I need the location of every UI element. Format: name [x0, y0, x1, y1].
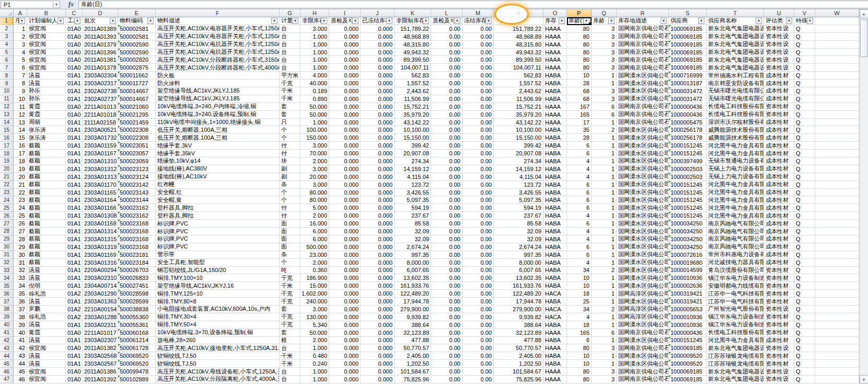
cell-A44[interactable]: 43 [14, 352, 27, 360]
cell-D43[interactable]: 2011A01382 [83, 344, 118, 352]
cell-N4[interactable]: 48,315.80 [494, 41, 543, 49]
cell-R36[interactable]: 国网高淳区供电公司 [617, 290, 669, 298]
cell-Q7[interactable]: 3 [592, 64, 617, 72]
cell-D31[interactable]: 2303A01169 [83, 251, 118, 259]
cell-M15[interactable]: 0.00 [462, 126, 494, 134]
cell-I35[interactable]: 0.000 [329, 282, 361, 290]
cell-D23[interactable]: 2303A01165 [83, 189, 118, 197]
cell-R26[interactable]: 国网溧水区供电公司 [617, 212, 669, 220]
cell-U7[interactable]: 资本性设 [764, 64, 794, 72]
cell-H34[interactable]: 186.900 [300, 274, 329, 282]
cell-R21[interactable]: 国网溧水区供电公司 [617, 173, 669, 181]
cell-F34[interactable]: 铜排,TMY,100×10 [156, 274, 280, 282]
cell-R9[interactable]: 国网溧水区供电公司 [617, 80, 669, 87]
cell-C2[interactable]: 01A0 [66, 25, 83, 33]
row-header-14[interactable]: 14 [0, 119, 14, 127]
cell-A30[interactable]: 29 [14, 243, 27, 251]
cell-N24[interactable]: 5,097.35 [494, 196, 543, 204]
empty-cell[interactable] [815, 251, 859, 259]
cell-C12[interactable]: 01A0 [66, 103, 83, 111]
cell-A34[interactable]: 33 [14, 274, 27, 282]
cell-K27[interactable]: 85.58 [395, 220, 431, 228]
filter-icon[interactable]: ▼ [147, 18, 154, 24]
cell-P23[interactable]: 6 [567, 189, 592, 197]
cell-N22[interactable]: 123.72 [494, 181, 543, 189]
cell-R14[interactable]: 国网南京供电公司石 [617, 119, 669, 127]
cell-T8[interactable]: 常州德惠水利工程有限公 [707, 72, 764, 80]
cell-L10[interactable]: 0.00 [431, 87, 462, 95]
cell-J43[interactable]: 0.000 [361, 344, 395, 352]
cell-S32[interactable]: 1000019680 [669, 259, 707, 267]
cell-A11[interactable]: 10 [14, 95, 27, 103]
cell-J26[interactable]: 0.000 [361, 212, 395, 220]
cell-G36[interactable]: 千克 [280, 290, 300, 298]
cell-L11[interactable]: 0.00 [431, 95, 462, 103]
cell-S22[interactable]: 1000151245 [669, 181, 707, 189]
cell-T44[interactable]: 江苏苏瑞银龙电缆有限公 [707, 352, 764, 360]
cell-K12[interactable]: 15,752.21 [395, 103, 431, 111]
cell-S30[interactable]: 1000034250 [669, 243, 707, 251]
cell-T30[interactable]: 南京风驰电气有限公司 [707, 243, 764, 251]
cell-C13[interactable]: 01A0 [66, 111, 83, 119]
cell-U8[interactable]: 成本性材 [764, 72, 794, 80]
cell-U15[interactable]: 成本性材 [764, 126, 794, 134]
cell-R4[interactable]: 国网南京供电公司石 [617, 41, 669, 49]
cell-A14[interactable]: 13 [14, 119, 27, 127]
cell-G21[interactable]: 副 [280, 173, 300, 181]
cell-K37[interactable]: 17,944.78 [395, 298, 431, 306]
cell-H17[interactable]: 3.000 [300, 142, 329, 150]
cell-V15[interactable]: Q [794, 126, 815, 134]
cell-A45[interactable]: 44 [14, 360, 27, 368]
cell-L35[interactable]: 0.00 [431, 282, 462, 290]
cell-J46[interactable]: 0.000 [361, 368, 395, 376]
cell-V24[interactable]: Q [794, 196, 815, 204]
cell-K9[interactable]: 1,557.52 [395, 80, 431, 87]
column-header-U[interactable]: U [764, 9, 794, 17]
cell-C47[interactable]: 01A0 [66, 376, 83, 383]
cell-J12[interactable]: 0.000 [361, 103, 395, 111]
cell-S7[interactable]: 1000069185 [669, 64, 707, 72]
cell-O30[interactable]: HABA [543, 243, 567, 251]
cell-M45[interactable]: 0.00 [462, 360, 494, 368]
cell-K44[interactable]: 2,405.00 [395, 352, 431, 360]
cell-D8[interactable]: 2303A02304 [83, 72, 118, 80]
cell-K42[interactable]: 477.88 [395, 337, 431, 345]
cell-S45[interactable]: 1000009520 [669, 360, 707, 368]
scroll-down-icon[interactable]: ▼ [860, 375, 868, 384]
cell-T2[interactable]: 新东北电气集团电器设备 [707, 25, 764, 33]
cell-H40[interactable]: 5.340 [300, 321, 329, 329]
cell-O13[interactable]: HAAA [543, 111, 567, 119]
cell-O45[interactable]: HABA [543, 360, 567, 368]
cell-H12[interactable]: 50.000 [300, 103, 329, 111]
cell-U34[interactable]: 资本性材 [764, 274, 794, 282]
row-header-22[interactable]: 22 [0, 181, 14, 189]
cell-M21[interactable]: 0.00 [462, 173, 494, 181]
cell-V34[interactable]: Q [794, 274, 815, 282]
cell-P6[interactable]: 80 [567, 56, 592, 64]
cell-Q26[interactable]: 1 [592, 212, 617, 220]
cell-C34[interactable]: 01A1 [66, 274, 83, 282]
cell-T13[interactable]: 长缆电工科技股份有限公 [707, 111, 764, 119]
cell-Q45[interactable]: 1 [592, 360, 617, 368]
cell-E31[interactable]: 500023181 [118, 251, 156, 259]
cell-O35[interactable]: HABA [543, 282, 567, 290]
cell-F37[interactable]: 铜排,TMY,80×8 [156, 298, 280, 306]
cell-R2[interactable]: 国网南京供电公司石 [617, 25, 669, 33]
cell-B28[interactable]: 蔡颖 [27, 228, 66, 235]
cell-U41[interactable]: 资本性材 [764, 329, 794, 337]
cell-N17[interactable]: 399.42 [494, 142, 543, 150]
empty-cell[interactable] [815, 157, 859, 165]
cell-E11[interactable]: 500014667 [118, 95, 156, 103]
cell-J6[interactable]: 0.000 [361, 56, 395, 64]
filter-icon[interactable]: ▼ [756, 18, 762, 24]
cell-L21[interactable]: 0.00 [431, 173, 462, 181]
cell-F29[interactable]: 标识牌,PVC [156, 235, 280, 243]
cell-N20[interactable]: 14,159.12 [494, 165, 543, 173]
cell-J23[interactable]: 0.000 [361, 189, 395, 197]
column-header-O[interactable]: O [543, 9, 567, 17]
cell-K34[interactable]: 13,602.35 [395, 274, 431, 282]
cell-M14[interactable]: 0.00 [462, 119, 494, 127]
cell-F26[interactable]: 登杆器具,脚扣 [156, 212, 280, 220]
cell-J24[interactable]: 0.000 [361, 196, 395, 204]
cell-F33[interactable]: 钢芯铝绞线,JL/G1A,150/20 [156, 267, 280, 275]
